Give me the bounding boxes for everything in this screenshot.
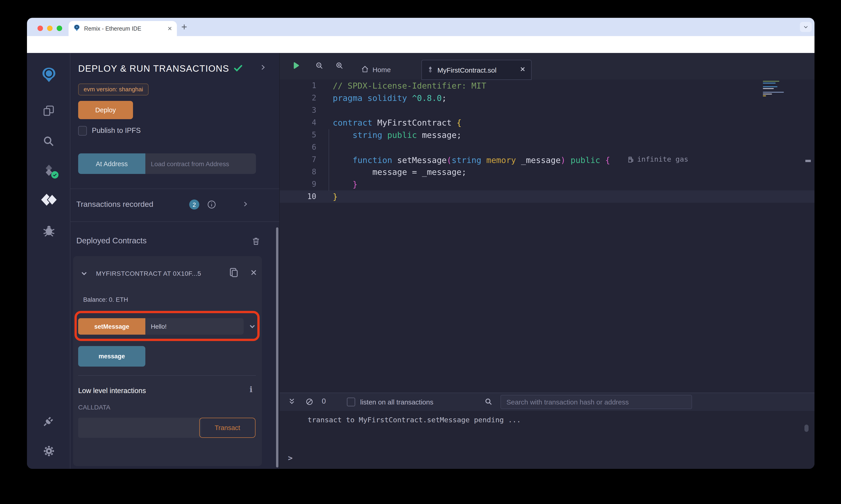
terminal-toolbar: 0 listen on all transactions xyxy=(280,393,814,411)
line-number: 1 xyxy=(280,79,316,92)
line-number: 7 xyxy=(280,154,316,166)
message-button[interactable]: message xyxy=(78,346,145,366)
contract-collapse-chevron-icon[interactable] xyxy=(81,270,88,279)
code-line[interactable]: 9 } xyxy=(280,178,814,191)
plugin-manager-icon[interactable] xyxy=(27,415,70,427)
new-tab-button[interactable] xyxy=(181,23,188,32)
copy-address-icon[interactable] xyxy=(228,267,240,280)
deployed-contract-card: MYFIRSTCONTRACT AT 0X10F...5 Balance: 0.… xyxy=(73,256,262,466)
tab-home[interactable]: Home xyxy=(361,60,391,79)
line-number: 10 xyxy=(280,191,316,203)
code-editor[interactable]: 1// SPDX-License-Identifier: MIT2pragma … xyxy=(280,79,814,393)
remove-contract-icon[interactable] xyxy=(250,269,257,278)
terminal-scrollbar[interactable] xyxy=(804,425,809,432)
browser-tabstrip: Remix - Ethereum IDE xyxy=(27,18,814,36)
close-window-button[interactable] xyxy=(37,25,43,31)
search-icon[interactable] xyxy=(27,135,70,147)
panel-divider xyxy=(70,188,279,189)
code-line[interactable]: 8 message = _message; xyxy=(280,166,814,178)
info-circle-icon[interactable] xyxy=(207,199,217,211)
listen-transactions-checkbox[interactable] xyxy=(347,398,355,406)
code-line[interactable]: 4contract MyFirstContract { xyxy=(280,116,814,129)
line-number: 3 xyxy=(280,104,316,116)
home-tab-label: Home xyxy=(373,66,391,73)
collapse-terminal-icon[interactable] xyxy=(288,398,296,407)
line-number: 9 xyxy=(280,178,316,191)
tab-search-chevron-button[interactable] xyxy=(800,22,812,32)
line-number: 6 xyxy=(280,141,316,154)
terminal-prompt[interactable]: > xyxy=(288,453,293,463)
deploy-run-panel: DEPLOY & RUN TRANSACTIONS evm version: s… xyxy=(70,53,279,469)
deploy-and-run-icon[interactable] xyxy=(27,194,70,206)
minimap[interactable] xyxy=(763,80,791,100)
set-message-button[interactable]: setMessage xyxy=(78,318,145,335)
activity-bar xyxy=(27,53,70,469)
clear-console-icon[interactable] xyxy=(305,398,313,408)
browser-toolbar: remix.ethereum.org/#lang=en&optimize=fal… xyxy=(27,36,814,53)
code-line[interactable]: 7 function setMessage(string memory _mes… xyxy=(280,154,814,166)
trash-icon[interactable] xyxy=(252,236,260,248)
settings-gear-icon[interactable] xyxy=(27,445,70,457)
code-line[interactable]: 3 xyxy=(280,104,814,116)
calldata-input[interactable] xyxy=(78,418,201,438)
at-address-row: At Address xyxy=(78,154,256,174)
tab-file-active[interactable]: MyFirstContract.sol xyxy=(422,60,532,80)
browser-tab[interactable]: Remix - Ethereum IDE xyxy=(69,21,177,36)
card-divider xyxy=(78,375,256,376)
at-address-button[interactable]: At Address xyxy=(78,154,145,174)
line-number: 2 xyxy=(280,92,316,104)
debugger-bug-icon[interactable] xyxy=(27,224,70,236)
deploy-button[interactable]: Deploy xyxy=(78,101,133,119)
editor-column: Home MyFirstContract.sol 1// SPDX-Licens… xyxy=(279,53,814,469)
code-line[interactable]: 2pragma solidity ^0.8.0; xyxy=(280,92,814,104)
terminal: 0 listen on all transactions transact to… xyxy=(280,393,814,469)
deployed-contracts-title: Deployed Contracts xyxy=(76,236,147,246)
panel-divider xyxy=(70,221,279,222)
maximize-window-button[interactable] xyxy=(57,25,62,31)
file-tab-close-icon[interactable] xyxy=(520,66,526,74)
screen: Remix - Ethereum IDE xyxy=(0,0,841,504)
panel-collapse-chevron-icon[interactable] xyxy=(260,64,267,73)
browser-window: Remix - Ethereum IDE xyxy=(27,18,814,469)
low-level-info-icon[interactable]: i xyxy=(250,385,253,394)
solidity-compiler-icon[interactable] xyxy=(27,164,70,177)
check-icon xyxy=(233,63,243,75)
set-message-input[interactable] xyxy=(145,318,244,335)
run-script-play-icon[interactable] xyxy=(292,61,300,72)
expand-args-chevron-icon[interactable] xyxy=(248,323,256,332)
tab-title: Remix - Ethereum IDE xyxy=(84,25,167,32)
editor-tabbar: Home MyFirstContract.sol xyxy=(280,53,814,79)
code-lines: 1// SPDX-License-Identifier: MIT2pragma … xyxy=(280,79,814,203)
line-number: 8 xyxy=(280,166,316,178)
transact-button[interactable]: Transact xyxy=(199,418,256,438)
panel-title: DEPLOY & RUN TRANSACTIONS xyxy=(78,63,229,74)
publish-ipfs-label: Publish to IPFS xyxy=(92,126,141,135)
remix-favicon-icon xyxy=(73,24,81,33)
compile-success-badge xyxy=(51,171,58,179)
zoom-in-icon[interactable] xyxy=(336,61,344,72)
publish-ipfs-checkbox[interactable] xyxy=(78,126,87,136)
tab-close-icon[interactable] xyxy=(167,24,172,33)
transactions-recorded-label: Transactions recorded xyxy=(76,200,153,209)
zoom-out-icon[interactable] xyxy=(315,61,324,72)
transactions-expand-chevron-icon[interactable] xyxy=(242,201,248,209)
code-line[interactable]: 6 xyxy=(280,141,814,154)
remix-app: DEPLOY & RUN TRANSACTIONS evm version: s… xyxy=(27,53,814,469)
file-explorer-icon[interactable] xyxy=(27,105,70,117)
panel-scrollbar[interactable] xyxy=(276,227,278,467)
indent-guide xyxy=(329,129,329,191)
code-line[interactable]: 10} xyxy=(280,191,814,203)
terminal-log-line: transact to MyFirstContract.setMessage p… xyxy=(308,416,521,424)
calldata-label: CALLDATA xyxy=(78,403,110,411)
terminal-search-input[interactable] xyxy=(500,395,692,409)
minimize-window-button[interactable] xyxy=(47,25,53,31)
at-address-input[interactable] xyxy=(145,154,256,174)
evm-version-badge: evm version: shanghai xyxy=(78,84,149,95)
gas-annotation: infinite gas xyxy=(628,154,688,166)
terminal-count-badge: 0 xyxy=(322,397,326,406)
code-line[interactable]: 5 string public message; xyxy=(280,129,814,141)
remix-logo-icon[interactable] xyxy=(27,67,70,83)
code-line[interactable]: 1// SPDX-License-Identifier: MIT xyxy=(280,79,814,92)
terminal-search-icon xyxy=(484,398,493,408)
balance-label: Balance: 0. ETH xyxy=(83,296,128,303)
